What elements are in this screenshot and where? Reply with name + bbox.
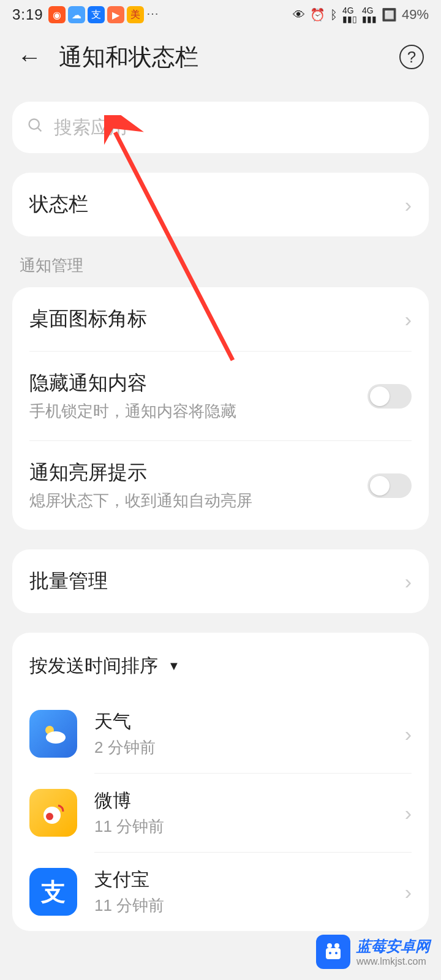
hide-sub: 手机锁定时，通知内容将隐藏 [29, 401, 368, 422]
svg-point-3 [46, 731, 66, 744]
app-list-card: 按发送时间排序 ▼ 天气 2 分钟前 › 微博 11 分钟前 › [12, 633, 429, 931]
app-time: 2 分钟前 [94, 737, 388, 758]
alarm-icon: ⏰ [310, 7, 325, 22]
statusbar-item[interactable]: 状态栏 › [12, 173, 429, 236]
chevron-right-icon: › [405, 193, 412, 217]
watermark-title: 蓝莓安卓网 [356, 937, 430, 956]
meituan-tray-icon: 美 [127, 6, 144, 23]
svg-line-1 [38, 127, 42, 131]
chevron-right-icon: › [405, 722, 412, 746]
app-item-alipay[interactable]: 支 支付宝 11 分钟前 › [12, 853, 429, 931]
watermark-icon [316, 935, 350, 969]
battery-icon: 🔲 [382, 7, 397, 22]
hide-notification-item[interactable]: 隐藏通知内容 手机锁定时，通知内容将隐藏 [12, 352, 429, 440]
bluetooth-icon: ᛒ [330, 8, 337, 22]
app-time: 11 分钟前 [94, 895, 388, 916]
wake-toggle[interactable] [368, 473, 412, 498]
badge-item[interactable]: 桌面图标角标 › [12, 287, 429, 351]
sort-dropdown[interactable]: 按发送时间排序 ▼ [12, 633, 429, 695]
hide-title: 隐藏通知内容 [29, 370, 368, 397]
watermark: 蓝莓安卓网 www.lmkjst.com [316, 935, 430, 969]
svg-point-10 [329, 952, 331, 954]
help-button[interactable]: ? [399, 45, 424, 69]
status-app-icons: ◉ ☁ 支 ▶ 美 ⋯ [48, 6, 159, 23]
app-item-weibo[interactable]: 微博 11 分钟前 › [12, 774, 429, 852]
more-tray-icon: ⋯ [146, 6, 159, 23]
hide-toggle[interactable] [368, 384, 412, 409]
batch-label: 批量管理 [29, 568, 405, 595]
notification-management-card: 桌面图标角标 › 隐藏通知内容 手机锁定时，通知内容将隐藏 通知亮屏提示 熄屏状… [12, 287, 429, 530]
header: ← 通知和状态栏 ? [0, 29, 441, 85]
battery-percent: 49% [402, 7, 429, 23]
app-name: 微博 [94, 788, 388, 813]
back-button[interactable]: ← [17, 43, 42, 71]
status-left: 3:19 ◉ ☁ 支 ▶ 美 ⋯ [12, 6, 159, 23]
svg-point-5 [46, 813, 53, 820]
svg-point-9 [334, 943, 339, 948]
svg-point-8 [327, 943, 332, 948]
search-icon [27, 117, 44, 138]
sort-label: 按发送时间排序 [29, 654, 158, 679]
signal2-icon: 4G▮▮▮ [362, 6, 377, 23]
eye-icon: 👁 [293, 8, 305, 22]
weibo-tray-icon: ◉ [48, 6, 66, 23]
chevron-right-icon: › [405, 570, 412, 594]
signal1-icon: 4G▮▮▯ [342, 6, 357, 23]
alipay-tray-icon: 支 [88, 6, 105, 23]
statusbar-label: 状态栏 [29, 191, 405, 218]
batch-item[interactable]: 批量管理 › [12, 549, 429, 613]
watermark-url: www.lmkjst.com [356, 956, 430, 967]
chevron-right-icon: › [405, 801, 412, 825]
app-item-weather[interactable]: 天气 2 分钟前 › [12, 695, 429, 773]
statusbar-card: 状态栏 › [12, 173, 429, 236]
svg-point-0 [29, 119, 39, 129]
section-notification-management: 通知管理 [12, 236, 429, 287]
weibo-app-icon [29, 789, 77, 837]
wake-sub: 熄屏状态下，收到通知自动亮屏 [29, 490, 368, 511]
caret-down-icon: ▼ [168, 659, 180, 673]
batch-card: 批量管理 › [12, 549, 429, 613]
status-bar: 3:19 ◉ ☁ 支 ▶ 美 ⋯ 👁 ⏰ ᛒ 4G▮▮▯ 4G▮▮▮ 🔲 49% [0, 0, 441, 29]
alipay-app-icon: 支 [29, 868, 77, 916]
svg-point-11 [335, 952, 337, 954]
page-title: 通知和状态栏 [59, 42, 382, 73]
badge-label: 桌面图标角标 [29, 306, 405, 333]
wake-title: 通知亮屏提示 [29, 459, 368, 486]
weather-app-icon [29, 710, 77, 758]
video-tray-icon: ▶ [107, 6, 124, 23]
status-time: 3:19 [12, 6, 43, 23]
app-time: 11 分钟前 [94, 816, 388, 837]
wake-screen-item[interactable]: 通知亮屏提示 熄屏状态下，收到通知自动亮屏 [12, 441, 429, 530]
search-card[interactable] [12, 102, 429, 153]
svg-rect-7 [326, 948, 341, 959]
app-name: 天气 [94, 709, 388, 734]
app-name: 支付宝 [94, 867, 388, 892]
search-input[interactable] [54, 117, 414, 138]
weather-tray-icon: ☁ [68, 6, 85, 23]
chevron-right-icon: › [405, 307, 412, 331]
chevron-right-icon: › [405, 880, 412, 904]
status-right: 👁 ⏰ ᛒ 4G▮▮▯ 4G▮▮▮ 🔲 49% [293, 6, 429, 23]
